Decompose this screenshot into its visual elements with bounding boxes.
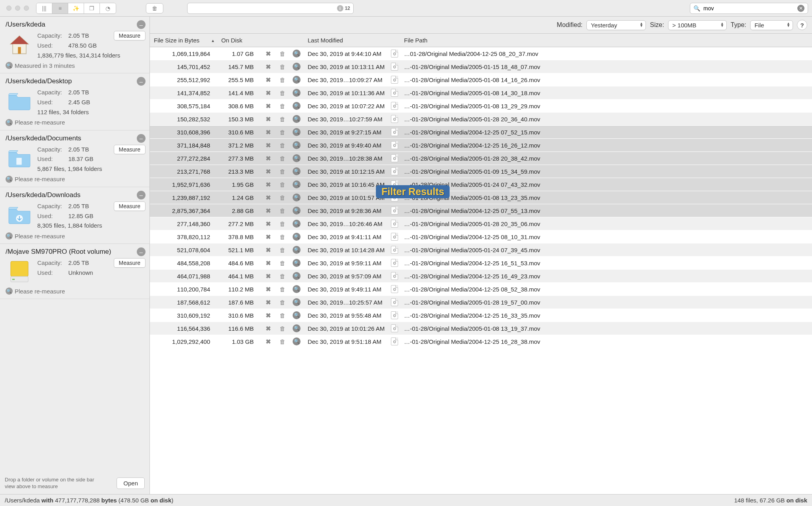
row-trash-icon[interactable]: 🗑 bbox=[275, 100, 289, 113]
filter-size-select[interactable]: > 100MB ▲▼ bbox=[668, 20, 727, 30]
table-row[interactable]: 1,952,971,636 1.95 GB ✖ 🗑 🔍 Dec 30, 2019… bbox=[150, 178, 812, 191]
row-trash-icon[interactable]: 🗑 bbox=[275, 86, 289, 100]
row-trash-icon[interactable]: 🗑 bbox=[275, 217, 289, 230]
sidebar-volume[interactable]: /Users/kdeda/Desktop – Capacity: 2.05 TB… bbox=[0, 73, 149, 130]
row-close-icon[interactable]: ✖ bbox=[261, 191, 275, 204]
row-close-icon[interactable]: ✖ bbox=[261, 152, 275, 165]
row-reveal-icon[interactable]: 🔍 bbox=[289, 191, 304, 204]
row-close-icon[interactable]: ✖ bbox=[261, 283, 275, 296]
magnify-icon[interactable]: 🔍 bbox=[6, 119, 13, 126]
remove-volume-icon[interactable]: – bbox=[137, 247, 146, 256]
row-trash-icon[interactable]: 🗑 bbox=[275, 165, 289, 178]
table-row[interactable]: 187,568,612 187.6 MB ✖ 🗑 🔍 Dec 30, 2019…… bbox=[150, 296, 812, 309]
row-trash-icon[interactable]: 🗑 bbox=[275, 296, 289, 309]
row-trash-icon[interactable]: 🗑 bbox=[275, 73, 289, 86]
row-trash-icon[interactable]: 🗑 bbox=[275, 322, 289, 335]
help-button[interactable]: ? bbox=[797, 20, 807, 30]
col-reveal[interactable] bbox=[289, 34, 304, 47]
row-close-icon[interactable]: ✖ bbox=[261, 204, 275, 217]
row-reveal-icon[interactable]: 🔍 bbox=[289, 139, 304, 152]
sidebar-volume[interactable]: /Users/kdeda/Downloads – Capacity: 2.05 … bbox=[0, 187, 149, 244]
row-close-icon[interactable]: ✖ bbox=[261, 165, 275, 178]
table-row[interactable]: 1,069,119,864 1.07 GB ✖ 🗑 🔍 Dec 30, 2019… bbox=[150, 47, 812, 60]
magnify-icon[interactable]: 🔍 bbox=[6, 176, 13, 183]
row-close-icon[interactable]: ✖ bbox=[261, 86, 275, 100]
col-doc-icon[interactable] bbox=[389, 34, 400, 47]
row-reveal-icon[interactable]: 🔍 bbox=[289, 243, 304, 257]
filter-type-select[interactable]: File ▲▼ bbox=[750, 20, 793, 30]
remove-volume-icon[interactable]: – bbox=[137, 77, 146, 86]
row-trash-icon[interactable]: 🗑 bbox=[275, 283, 289, 296]
row-reveal-icon[interactable]: 🔍 bbox=[289, 73, 304, 86]
col-modified[interactable]: Last Modified bbox=[304, 34, 389, 47]
measure-button[interactable]: Measure bbox=[114, 201, 146, 211]
table-row[interactable]: 464,071,988 464.1 MB ✖ 🗑 🔍 Dec 30, 2019 … bbox=[150, 270, 812, 283]
trash-button[interactable]: 🗑 bbox=[146, 3, 163, 13]
row-trash-icon[interactable]: 🗑 bbox=[275, 270, 289, 283]
magnify-icon[interactable]: 🔍 bbox=[6, 288, 13, 295]
measure-button[interactable]: Measure bbox=[114, 31, 146, 40]
filter-input[interactable] bbox=[703, 5, 795, 12]
view-columns-icon[interactable]: ||| bbox=[36, 3, 52, 13]
search-field[interactable]: i 12 bbox=[187, 3, 354, 14]
col-size[interactable]: File Size in Bytes▲ bbox=[150, 34, 217, 47]
row-reveal-icon[interactable]: 🔍 bbox=[289, 165, 304, 178]
table-row[interactable]: 484,558,208 484.6 MB ✖ 🗑 🔍 Dec 30, 2019 … bbox=[150, 257, 812, 270]
table-row[interactable]: 277,272,284 277.3 MB ✖ 🗑 🔍 Dec 30, 2019…… bbox=[150, 152, 812, 165]
zoom-window-icon[interactable] bbox=[24, 6, 29, 11]
row-reveal-icon[interactable]: 🔍 bbox=[289, 270, 304, 283]
col-remove[interactable] bbox=[261, 34, 275, 47]
row-trash-icon[interactable]: 🗑 bbox=[275, 47, 289, 60]
row-close-icon[interactable]: ✖ bbox=[261, 296, 275, 309]
table-row[interactable]: 371,184,848 371.2 MB ✖ 🗑 🔍 Dec 30, 2019 … bbox=[150, 139, 812, 152]
row-trash-icon[interactable]: 🗑 bbox=[275, 230, 289, 243]
table-row[interactable]: 255,512,992 255.5 MB ✖ 🗑 🔍 Dec 30, 2019…… bbox=[150, 73, 812, 86]
table-row[interactable]: 1,239,887,192 1.24 GB ✖ 🗑 🔍 Dec 30, 2019… bbox=[150, 191, 812, 204]
row-trash-icon[interactable]: 🗑 bbox=[275, 309, 289, 322]
row-trash-icon[interactable]: 🗑 bbox=[275, 60, 289, 73]
row-trash-icon[interactable]: 🗑 bbox=[275, 191, 289, 204]
measure-button[interactable]: Measure bbox=[114, 145, 146, 154]
row-close-icon[interactable]: ✖ bbox=[261, 100, 275, 113]
row-trash-icon[interactable]: 🗑 bbox=[275, 335, 289, 348]
row-trash-icon[interactable]: 🗑 bbox=[275, 139, 289, 152]
view-pie-icon[interactable]: ◔ bbox=[100, 3, 116, 13]
row-close-icon[interactable]: ✖ bbox=[261, 178, 275, 191]
row-reveal-icon[interactable]: 🔍 bbox=[289, 335, 304, 348]
filter-field[interactable]: 🔍 ✕ bbox=[690, 3, 808, 14]
sidebar-volume[interactable]: /Mojave SM970PRO (Root volume) – Capacit… bbox=[0, 244, 149, 299]
row-close-icon[interactable]: ✖ bbox=[261, 217, 275, 230]
row-close-icon[interactable]: ✖ bbox=[261, 322, 275, 335]
row-close-icon[interactable]: ✖ bbox=[261, 47, 275, 60]
row-reveal-icon[interactable]: 🔍 bbox=[289, 178, 304, 191]
table-row[interactable]: 308,575,184 308.6 MB ✖ 🗑 🔍 Dec 30, 2019 … bbox=[150, 100, 812, 113]
table-row[interactable]: 521,078,604 521.1 MB ✖ 🗑 🔍 Dec 30, 2019 … bbox=[150, 243, 812, 257]
row-reveal-icon[interactable]: 🔍 bbox=[289, 230, 304, 243]
minimize-window-icon[interactable] bbox=[15, 6, 20, 11]
row-reveal-icon[interactable]: 🔍 bbox=[289, 257, 304, 270]
table-row[interactable]: 277,148,360 277.2 MB ✖ 🗑 🔍 Dec 30, 2019…… bbox=[150, 217, 812, 230]
row-reveal-icon[interactable]: 🔍 bbox=[289, 322, 304, 335]
view-windows-icon[interactable]: ❐ bbox=[84, 3, 100, 13]
row-reveal-icon[interactable]: 🔍 bbox=[289, 217, 304, 230]
filter-modified-select[interactable]: Yesterday ▲▼ bbox=[586, 20, 646, 30]
row-reveal-icon[interactable]: 🔍 bbox=[289, 152, 304, 165]
row-reveal-icon[interactable]: 🔍 bbox=[289, 204, 304, 217]
table-row[interactable]: 378,820,112 378.8 MB ✖ 🗑 🔍 Dec 30, 2019 … bbox=[150, 230, 812, 243]
row-reveal-icon[interactable]: 🔍 bbox=[289, 47, 304, 60]
row-trash-icon[interactable]: 🗑 bbox=[275, 243, 289, 257]
magnify-icon[interactable]: 🔍 bbox=[6, 232, 13, 240]
row-trash-icon[interactable]: 🗑 bbox=[275, 204, 289, 217]
remove-volume-icon[interactable]: – bbox=[137, 20, 146, 29]
clear-filter-icon[interactable]: ✕ bbox=[797, 5, 804, 12]
row-reveal-icon[interactable]: 🔍 bbox=[289, 309, 304, 322]
row-close-icon[interactable]: ✖ bbox=[261, 257, 275, 270]
row-close-icon[interactable]: ✖ bbox=[261, 139, 275, 152]
row-close-icon[interactable]: ✖ bbox=[261, 335, 275, 348]
col-trash[interactable] bbox=[275, 34, 289, 47]
row-reveal-icon[interactable]: 🔍 bbox=[289, 296, 304, 309]
open-button[interactable]: Open bbox=[117, 477, 145, 489]
measure-button[interactable]: Measure bbox=[114, 258, 146, 268]
row-close-icon[interactable]: ✖ bbox=[261, 126, 275, 139]
sidebar-volume[interactable]: /Users/kdeda/Documents – Capacity: 2.05 … bbox=[0, 130, 149, 187]
